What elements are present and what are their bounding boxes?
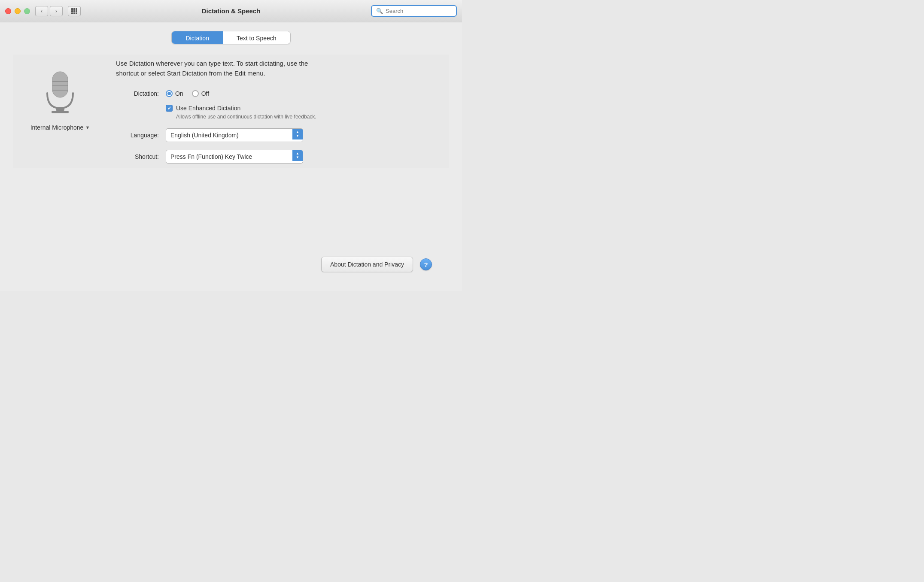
arrow-up-icon: ▲ xyxy=(296,130,299,134)
left-panel: Internal Microphone ▼ xyxy=(13,55,107,168)
titlebar: ‹ › Dictation & Speech 🔍 xyxy=(0,0,462,22)
content-wrapper: Internal Microphone ▼ Use Dictation wher… xyxy=(13,55,449,282)
privacy-button[interactable]: About Dictation and Privacy xyxy=(321,257,413,272)
content-area: Dictation Text to Speech xyxy=(0,22,462,291)
tabs-container: Dictation Text to Speech xyxy=(171,31,290,44)
bottom-bar: About Dictation and Privacy ? xyxy=(321,257,432,272)
help-button[interactable]: ? xyxy=(420,258,432,270)
traffic-lights xyxy=(5,8,30,14)
svg-rect-4 xyxy=(56,108,64,111)
tab-text-to-speech[interactable]: Text to Speech xyxy=(223,31,290,44)
language-value: English (United Kingdom) xyxy=(166,129,292,142)
language-select-arrows[interactable]: ▲ ▼ xyxy=(292,129,303,139)
enhanced-dictation-checkbox[interactable]: ✓ xyxy=(166,105,173,112)
dictation-off-radio[interactable] xyxy=(192,90,199,97)
language-label: Language: xyxy=(116,132,159,139)
search-icon: 🔍 xyxy=(376,8,383,14)
microphone-chevron-icon: ▼ xyxy=(85,125,90,130)
enhanced-dictation-description: Allows offline use and continuous dictat… xyxy=(176,113,441,121)
svg-rect-5 xyxy=(52,111,69,113)
dictation-on-option[interactable]: On xyxy=(166,90,183,97)
grid-view-button[interactable] xyxy=(68,6,81,16)
forward-button[interactable]: › xyxy=(50,6,63,16)
shortcut-select-arrows[interactable]: ▲ ▼ xyxy=(292,150,303,161)
enhanced-dictation-label: Use Enhanced Dictation xyxy=(176,105,240,112)
shortcut-value: Press Fn (Function) Key Twice xyxy=(166,150,292,163)
arrow-down-icon: ▼ xyxy=(296,134,299,138)
tab-dictation[interactable]: Dictation xyxy=(172,31,222,44)
shortcut-label: Shortcut: xyxy=(116,153,159,160)
dictation-label: Dictation: xyxy=(116,90,159,97)
shortcut-select[interactable]: Press Fn (Function) Key Twice ▲ ▼ xyxy=(166,150,303,164)
enhanced-dictation-main: ✓ Use Enhanced Dictation xyxy=(166,105,441,112)
language-row: Language: English (United Kingdom) ▲ ▼ xyxy=(116,128,441,142)
search-input[interactable] xyxy=(386,8,452,14)
close-button[interactable] xyxy=(5,8,11,14)
svg-rect-0 xyxy=(52,72,68,97)
shortcut-arrow-up-icon: ▲ xyxy=(296,152,299,155)
dictation-toggle-row: Dictation: On Off xyxy=(116,90,441,97)
shortcut-arrow-down-icon: ▼ xyxy=(296,156,299,159)
search-box[interactable]: 🔍 xyxy=(371,5,457,17)
dictation-on-radio[interactable] xyxy=(166,90,173,97)
right-panel: Use Dictation wherever you can type text… xyxy=(107,55,449,168)
dictation-on-label: On xyxy=(175,90,183,97)
minimize-button[interactable] xyxy=(15,8,21,14)
shortcut-row: Shortcut: Press Fn (Function) Key Twice … xyxy=(116,150,441,164)
window-title: Dictation & Speech xyxy=(202,7,261,15)
dictation-off-label: Off xyxy=(201,90,209,97)
microphone-icon xyxy=(41,67,79,119)
main-panel: Internal Microphone ▼ Use Dictation wher… xyxy=(13,55,449,168)
dictation-off-option[interactable]: Off xyxy=(192,90,209,97)
radio-selected-indicator xyxy=(167,92,171,95)
language-select[interactable]: English (United Kingdom) ▲ ▼ xyxy=(166,128,303,142)
maximize-button[interactable] xyxy=(24,8,30,14)
enhanced-dictation-row: ✓ Use Enhanced Dictation Allows offline … xyxy=(166,105,441,121)
microphone-label[interactable]: Internal Microphone ▼ xyxy=(30,124,90,131)
description-text: Use Dictation wherever you can type text… xyxy=(116,59,331,78)
checkmark-icon: ✓ xyxy=(167,106,171,111)
settings-section: Dictation: On Off xyxy=(116,90,441,164)
nav-buttons: ‹ › xyxy=(35,6,63,16)
grid-icon xyxy=(71,8,77,14)
back-button[interactable]: ‹ xyxy=(35,6,48,16)
dictation-radio-group: On Off xyxy=(166,90,209,97)
